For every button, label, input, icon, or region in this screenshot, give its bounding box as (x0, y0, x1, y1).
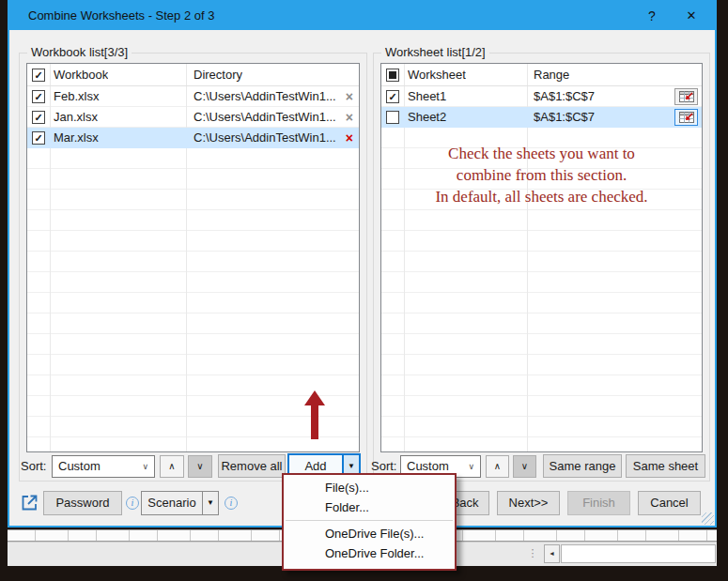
workbook-directory: C:\Users\AddinTestWin1... (194, 107, 339, 128)
finish-button: Finish (567, 491, 630, 515)
row-checkbox[interactable]: ✓ (32, 90, 45, 103)
add-dropdown-menu: File(s)... Folder... OneDrive File(s)...… (282, 473, 457, 571)
worksheet-row[interactable]: ✓ Sheet1 $A$1:$C$7 (381, 86, 702, 107)
scenario-button[interactable]: Scenario (142, 492, 202, 514)
chevron-down-icon: ∨ (468, 456, 474, 477)
arrow-head (304, 390, 325, 405)
workbook-list-title: Workbook list[3/3] (27, 45, 132, 59)
row-checkbox[interactable]: ✓ (32, 111, 45, 124)
row-checkbox[interactable]: ✓ (386, 90, 399, 103)
splitter-dots-icon[interactable]: ⋮ (527, 543, 538, 564)
worksheet-list-gridlines (381, 86, 702, 451)
title-bar: Combine Worksheets - Step 2 of 3 (9, 2, 715, 30)
workbook-row-selected[interactable]: ✓ Mar.xlsx C:\Users\AddinTestWin1... × (27, 128, 359, 148)
range-picker-icon (679, 112, 694, 123)
sort-selected-value: Custom (407, 459, 449, 473)
remove-row-icon[interactable]: × (346, 86, 353, 107)
next-button[interactable]: Next>> (497, 491, 560, 515)
select-all-checkbox[interactable]: ✓ (32, 69, 45, 82)
workbook-sort-select[interactable]: Custom ∨ (52, 455, 155, 478)
menu-item-files[interactable]: File(s)... (284, 478, 455, 497)
password-button[interactable]: Password (43, 491, 122, 515)
select-all-checkbox-indeterminate[interactable] (386, 69, 399, 82)
workbook-name: Jan.xlsx (54, 107, 180, 128)
menu-item-onedrive-folder[interactable]: OneDrive Folder... (284, 543, 455, 563)
info-icon[interactable]: i (126, 497, 139, 510)
scenario-split-button: Scenario ▼ (141, 491, 219, 515)
chevron-down-icon: ∨ (142, 456, 148, 477)
worksheet-name: Sheet2 (408, 107, 520, 128)
same-sheet-button[interactable]: Same sheet (626, 454, 705, 478)
worksheet-name: Sheet1 (408, 86, 520, 107)
range-picker-icon (679, 91, 694, 102)
popout-icon[interactable] (21, 494, 39, 512)
row-checkbox[interactable] (386, 111, 399, 124)
workbook-directory: C:\Users\AddinTestWin1... (194, 86, 339, 107)
column-header-range[interactable]: Range (534, 64, 569, 86)
cancel-button[interactable]: Cancel (638, 491, 701, 515)
worksheet-list-title: Worksheet list[1/2] (381, 45, 489, 59)
desktop-background: ⋮ ◄ Combine Worksheets - Step 2 of 3 ? ✕… (0, 0, 728, 581)
move-down-button[interactable]: ∨ (188, 455, 212, 478)
worksheet-row-selected[interactable]: Sheet2 $A$1:$C$7 (381, 107, 702, 128)
resize-grip[interactable] (702, 512, 714, 525)
move-up-button[interactable]: ∧ (486, 455, 509, 478)
workbook-row[interactable]: ✓ Feb.xlsx C:\Users\AddinTestWin1... × (27, 86, 359, 107)
column-header-workbook[interactable]: Workbook (54, 64, 108, 86)
row-checkbox[interactable]: ✓ (32, 131, 45, 145)
worksheet-list: Worksheet Range ✓ Sheet1 $A$1:$C$7 (380, 63, 703, 452)
dialog-title: Combine Worksheets - Step 2 of 3 (28, 8, 214, 23)
range-picker-button[interactable] (674, 88, 698, 105)
worksheet-range: $A$1:$C$7 (534, 86, 637, 107)
range-picker-button[interactable] (674, 109, 698, 126)
workbook-list-header: ✓ Workbook Directory (27, 64, 359, 86)
menu-item-onedrive-files[interactable]: OneDrive File(s)... (284, 524, 455, 543)
help-button[interactable]: ? (638, 2, 666, 30)
red-up-arrow-annotation (302, 390, 328, 440)
worksheet-range: $A$1:$C$7 (534, 107, 637, 128)
workbook-name: Feb.xlsx (54, 86, 180, 107)
sort-selected-value: Custom (58, 459, 101, 473)
close-icon[interactable]: ✕ (677, 2, 705, 30)
workbook-name: Mar.xlsx (54, 128, 180, 148)
horizontal-scrollbar-track[interactable] (561, 544, 716, 563)
column-header-worksheet[interactable]: Worksheet (408, 64, 466, 86)
move-up-button[interactable]: ∧ (160, 455, 184, 478)
popout-icon-glyph (21, 494, 39, 512)
worksheet-list-header: Worksheet Range (381, 64, 702, 86)
same-range-button[interactable]: Same range (543, 454, 622, 478)
workbook-row[interactable]: ✓ Jan.xlsx C:\Users\AddinTestWin1... × (27, 107, 359, 128)
combine-worksheets-dialog: Combine Worksheets - Step 2 of 3 ? ✕ Wor… (8, 0, 717, 527)
scroll-left-button[interactable]: ◄ (544, 544, 560, 563)
remove-all-button[interactable]: Remove all (218, 454, 286, 478)
info-icon[interactable]: i (225, 497, 238, 510)
arrow-stem (311, 405, 318, 439)
scenario-dropdown-arrow-icon[interactable]: ▼ (202, 492, 218, 514)
move-down-button[interactable]: ∨ (513, 455, 536, 478)
column-header-directory[interactable]: Directory (194, 64, 242, 86)
red-annotation-text: Check the sheets you want to combine fro… (381, 143, 702, 207)
menu-item-folder[interactable]: Folder... (284, 497, 455, 517)
workbook-directory: C:\Users\AddinTestWin1... (194, 128, 339, 148)
menu-separator (286, 520, 453, 521)
remove-row-icon[interactable]: × (346, 128, 353, 148)
sort-label: Sort: (21, 453, 46, 479)
remove-row-icon[interactable]: × (346, 107, 353, 128)
